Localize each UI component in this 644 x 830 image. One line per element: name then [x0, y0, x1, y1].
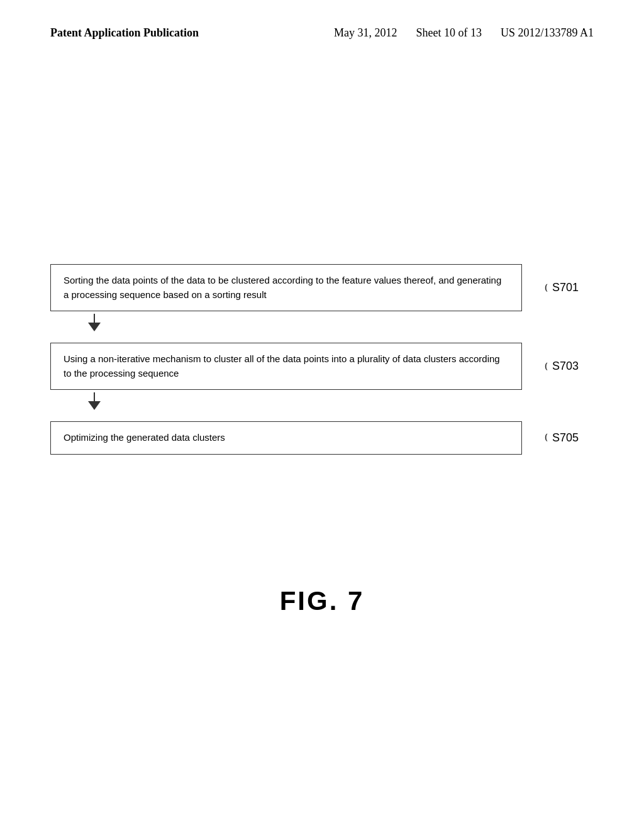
step-label-s705: ⌢ S705: [541, 431, 579, 445]
bracket-s705: ⌢: [538, 433, 552, 442]
step-box-s705: Optimizing the generated data clusters: [50, 421, 522, 455]
bracket-s701: ⌢: [538, 284, 552, 292]
step-row-s703: Using a non-iterative mechanism to clust…: [50, 343, 594, 390]
page-container: Patent Application Publication May 31, 2…: [0, 0, 644, 830]
patent-number: US 2012/133789 A1: [501, 25, 594, 41]
flowchart: Sorting the data points of the data to b…: [50, 264, 594, 455]
step-id-s705: S705: [552, 431, 579, 445]
step-label-s703: ⌢ S703: [541, 360, 579, 374]
step-row-s701: Sorting the data points of the data to b…: [50, 264, 594, 311]
step-id-s703: S703: [552, 360, 579, 373]
step-id-s701: S701: [552, 281, 579, 294]
sheet-info: Sheet 10 of 13: [416, 25, 481, 41]
step-label-s701: ⌢ S701: [541, 281, 579, 295]
arrow-down-icon-2: [88, 401, 101, 410]
header-right: May 31, 2012 Sheet 10 of 13 US 2012/1337…: [334, 25, 594, 41]
figure-caption: FIG. 7: [0, 586, 644, 616]
page-header: Patent Application Publication May 31, 2…: [50, 25, 594, 41]
step-box-s701: Sorting the data points of the data to b…: [50, 264, 522, 311]
bracket-s703: ⌢: [538, 362, 552, 371]
step-box-s703: Using a non-iterative mechanism to clust…: [50, 343, 522, 390]
arrow-down-icon-1: [88, 323, 101, 331]
publication-date: May 31, 2012: [334, 25, 397, 41]
step-row-s705: Optimizing the generated data clusters ⌢…: [50, 421, 594, 455]
header-date-sheet: May 31, 2012 Sheet 10 of 13 US 2012/1337…: [334, 25, 594, 41]
publication-label: Patent Application Publication: [50, 25, 199, 41]
arrow-2: [50, 390, 101, 421]
arrow-1: [50, 311, 101, 343]
